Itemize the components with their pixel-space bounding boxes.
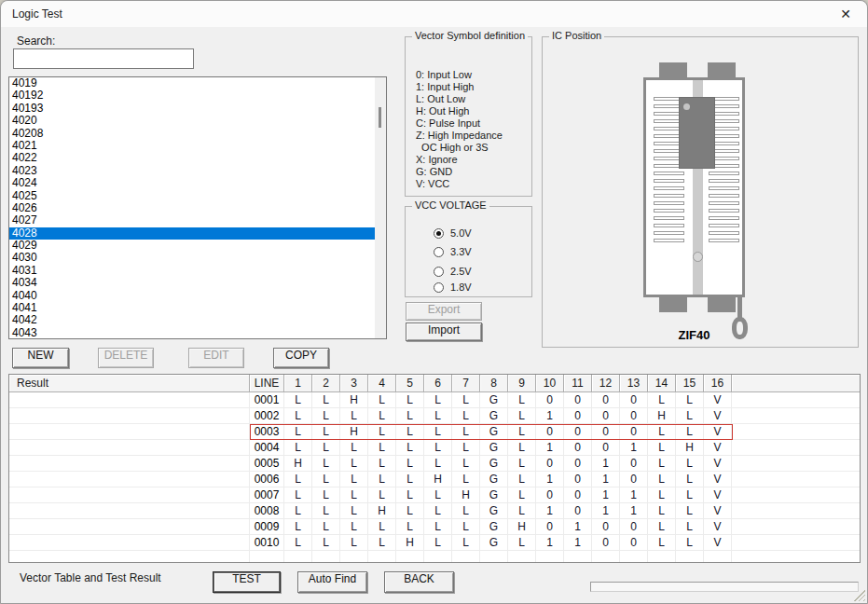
export-button[interactable]: Export [406, 302, 482, 321]
ic-list-item[interactable]: 4030 [9, 252, 375, 264]
table-row[interactable]: 0002LLLLLLLGL1000HLV [9, 408, 860, 424]
test-button[interactable]: TEST [213, 571, 281, 593]
ic-list-item[interactable]: 40192 [9, 89, 375, 102]
vcc-radio-5.0V[interactable]: 5.0V [434, 226, 472, 240]
table-row[interactable]: 0010LLLLHLLGL1100LLV [9, 535, 860, 551]
line-cell: 0007 [250, 487, 284, 503]
ic-list[interactable]: 4019401924019340204020840214022402340244… [8, 76, 387, 339]
table-row[interactable]: 0001LLHLLLLGL0000LLV [9, 392, 860, 408]
vector-cell: 0 [620, 392, 648, 408]
resize-grip-icon[interactable] [854, 590, 865, 601]
vcc-voltage-group: VCC VOLTAGE 5.0V3.3V2.5V1.8V [405, 206, 532, 297]
line-cell [250, 551, 284, 563]
vector-cell: L [312, 519, 340, 535]
ic-list-item[interactable]: 4029 [9, 240, 375, 252]
ic-list-item[interactable]: 4041 [9, 302, 375, 314]
table-row[interactable]: 0004LLLLLLLGL1001LHV [9, 440, 860, 456]
ic-list-item[interactable]: 4019 [9, 77, 375, 89]
ic-list-item[interactable]: 4025 [9, 190, 375, 202]
pin-column-header: 6 [424, 375, 452, 392]
ic-list-item[interactable]: 4042 [9, 314, 375, 326]
vector-cell: 0 [592, 440, 620, 456]
pin-slot [654, 194, 684, 198]
result-cell [9, 392, 250, 408]
vcc-radio-1.8V[interactable]: 1.8V [434, 281, 472, 294]
radio-icon[interactable] [434, 247, 444, 257]
vector-cell [620, 551, 648, 563]
ic-list-item[interactable]: 4034 [9, 277, 375, 289]
table-row[interactable]: 0005HLLLLLLGL0010LLV [9, 456, 860, 472]
table-row[interactable]: 0007LLLLLLHGL0011LLV [9, 487, 860, 503]
radio-icon[interactable] [434, 282, 444, 293]
vector-cell: L [676, 456, 704, 472]
radio-icon[interactable] [434, 267, 444, 277]
vector-cell: G [480, 408, 508, 424]
table-row[interactable]: 0003LLHLLLLGL0000LLV [9, 424, 860, 440]
row-filler [732, 456, 860, 472]
pin-column-header: 5 [396, 375, 424, 392]
pin-column-header: 1 [284, 375, 312, 392]
vector-cell: G [480, 456, 508, 472]
table-header-row: Result LINE 12345678910111213141516 [9, 375, 860, 392]
vector-cell: L [452, 440, 480, 456]
close-icon[interactable]: ✕ [832, 4, 860, 24]
ic-list-item[interactable]: 4031 [9, 265, 375, 277]
vector-cell: 1 [620, 487, 648, 503]
table-row[interactable]: 0006LLLLLHLGL1010LLV [9, 472, 860, 487]
result-table[interactable]: Result LINE 12345678910111213141516 0001… [8, 374, 861, 563]
ic-list-item[interactable]: 4043 [9, 327, 375, 339]
vector-cell: 1 [592, 487, 620, 503]
ic-list-item[interactable]: 4040 [9, 290, 375, 302]
ic-list-item[interactable]: 40193 [9, 103, 375, 115]
vector-cell: L [368, 535, 396, 551]
vector-cell: 1 [620, 503, 648, 519]
search-input[interactable] [13, 48, 194, 69]
pin-column-header: 8 [480, 375, 508, 392]
ic-list-item[interactable]: 4022 [9, 152, 375, 164]
vector-cell [704, 551, 732, 563]
radio-icon[interactable] [434, 228, 444, 239]
ic-list-item[interactable]: 4028 [9, 227, 375, 240]
vector-cell: L [340, 503, 368, 519]
ic-list-item[interactable]: 40208 [9, 128, 375, 140]
vector-cell: H [424, 472, 452, 487]
pin-column-header: 12 [592, 375, 620, 392]
ic-list-item[interactable]: 4027 [9, 214, 375, 226]
vector-cell: L [676, 408, 704, 424]
ic-list-item[interactable]: 4024 [9, 177, 375, 189]
pin-column-header: 15 [676, 375, 704, 392]
line-column-header: LINE [250, 375, 284, 392]
table-row[interactable]: 0009LLLLLLLGH0100LLV [9, 519, 860, 535]
edit-button[interactable]: EDIT [188, 348, 244, 368]
ic-list-item[interactable]: 4023 [9, 165, 375, 177]
vector-cell: H [648, 408, 676, 424]
back-button[interactable]: BACK [384, 571, 454, 593]
vector-cell: V [704, 456, 732, 472]
vector-cell: V [704, 440, 732, 456]
scrollbar-thumb[interactable] [379, 107, 381, 128]
ic-list-scrollbar[interactable] [375, 77, 386, 338]
import-button[interactable]: Import [406, 323, 482, 341]
row-filler [732, 440, 860, 456]
vector-cell [340, 551, 368, 563]
pin-column-header: 10 [536, 375, 564, 392]
vector-cell: L [312, 392, 340, 408]
socket-tab [659, 295, 687, 312]
vector-cell: L [396, 472, 424, 487]
vector-cell: 1 [592, 456, 620, 472]
vcc-radio-2.5V[interactable]: 2.5V [434, 265, 472, 278]
table-row[interactable]: 0008LLLHLLLGL1011LLV [9, 503, 860, 519]
vector-cell: L [396, 487, 424, 503]
search-label: Search: [17, 34, 55, 48]
ic-list-item[interactable]: 4020 [9, 115, 375, 127]
vector-cell: 0 [564, 408, 592, 424]
copy-button[interactable]: COPY [273, 348, 329, 368]
vector-cell: L [648, 392, 676, 408]
pin-column-header: 14 [648, 375, 676, 392]
auto-find-button[interactable]: Auto Find [297, 571, 367, 593]
delete-button[interactable]: DELETE [98, 348, 154, 368]
new-button[interactable]: NEW [12, 348, 69, 368]
vcc-radio-3.3V[interactable]: 3.3V [434, 245, 472, 258]
ic-list-item[interactable]: 4021 [9, 140, 375, 152]
ic-list-item[interactable]: 4026 [9, 202, 375, 214]
